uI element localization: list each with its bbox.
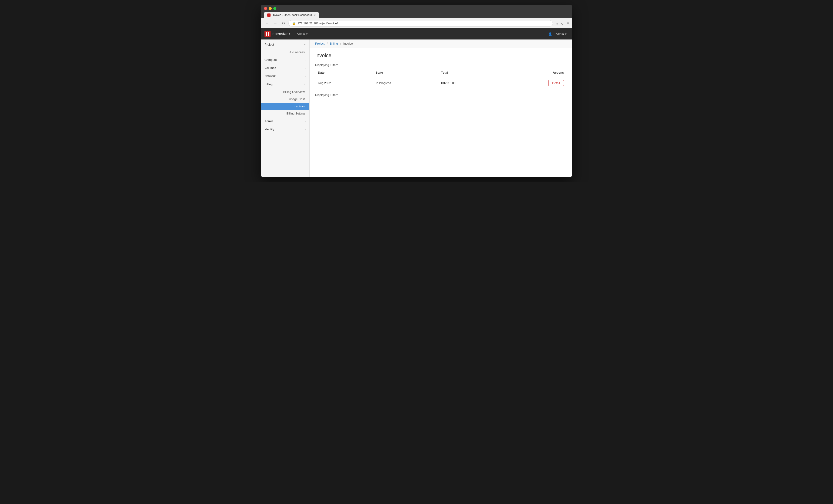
security-icon: 🔒 <box>292 22 295 25</box>
user-label: admin <box>556 32 564 36</box>
address-bar-icons: 🔒 <box>292 22 295 25</box>
user-icon: 👤 <box>548 32 552 36</box>
tab-close-button[interactable]: × <box>314 14 316 17</box>
sidebar-item-usage-cost[interactable]: Usage Cost <box>261 96 309 103</box>
maximize-traffic-light[interactable] <box>273 7 276 10</box>
col-header-state: State <box>373 69 438 77</box>
main-content: Project / Billing / Invoice Invoice Disp… <box>310 40 572 177</box>
bookmark-icon[interactable]: ☆ <box>555 21 558 26</box>
col-header-actions: Actions <box>501 69 567 77</box>
detail-button[interactable]: Detail <box>548 80 564 86</box>
sidebar-admin-label: Admin <box>264 119 273 123</box>
admin-chevron-icon: › <box>305 120 306 123</box>
tab-favicon <box>267 14 270 17</box>
top-nav-right: 👤 admin ▾ <box>548 31 569 37</box>
sidebar-volumes-section[interactable]: Volumes › <box>261 64 309 72</box>
sidebar-item-invoices[interactable]: Invoices <box>261 103 309 110</box>
user-dropdown-arrow: ▾ <box>565 32 567 36</box>
table-header: Date State Total Actions <box>315 69 567 77</box>
svg-rect-0 <box>266 32 267 34</box>
menu-icon[interactable]: ≡ <box>567 21 569 26</box>
sidebar-admin-section[interactable]: Admin › <box>261 117 309 125</box>
close-traffic-light[interactable] <box>264 7 267 10</box>
col-header-total: Total <box>438 69 501 77</box>
sidebar-compute-label: Compute <box>264 58 277 61</box>
breadcrumb-billing-link[interactable]: Billing <box>330 42 338 45</box>
sidebar-item-api-access[interactable]: API Access <box>261 49 309 56</box>
table-row: Aug 2022 In Progress IDR119.00 Detail <box>315 77 567 89</box>
displaying-count-top: Displaying 1 item <box>315 63 567 67</box>
sidebar-project-section[interactable]: Project ▾ <box>261 41 309 49</box>
sidebar-billing-setting-label: Billing Setting <box>286 112 305 115</box>
logo-text: openstack. <box>272 32 291 36</box>
refresh-button[interactable]: ↻ <box>281 21 286 26</box>
page-title: Invoice <box>315 52 567 58</box>
sidebar-volumes-label: Volumes <box>264 66 276 70</box>
sidebar-identity-label: Identity <box>264 127 274 131</box>
sidebar-api-access-label: API Access <box>289 50 305 54</box>
sidebar-usage-cost-label: Usage Cost <box>289 97 305 101</box>
traffic-lights <box>264 7 569 10</box>
sidebar-item-billing-setting[interactable]: Billing Setting <box>261 110 309 117</box>
sidebar-billing-overview-label: Billing Overview <box>283 90 305 94</box>
top-nav: openstack. admin ▾ 👤 admin ▾ <box>261 28 572 40</box>
logo-icon <box>264 31 270 37</box>
tab-title: Invoice - OpenStack Dashboard <box>272 14 312 17</box>
compute-chevron-icon: › <box>305 58 306 61</box>
shield-icon: 🛡 <box>561 21 565 26</box>
billing-chevron-icon: ▾ <box>304 83 306 86</box>
table-header-row: Date State Total Actions <box>315 69 567 77</box>
admin-dropdown[interactable]: admin ▾ <box>294 31 310 37</box>
new-tab-button[interactable]: + <box>320 13 326 18</box>
logo-svg <box>265 32 270 36</box>
sidebar-compute-section[interactable]: Compute › <box>261 56 309 64</box>
admin-label: admin <box>296 32 305 36</box>
sidebar-project-label: Project <box>264 43 274 46</box>
browser-titlebar: Invoice - OpenStack Dashboard × + <box>261 5 572 18</box>
admin-dropdown-arrow: ▾ <box>306 32 308 36</box>
breadcrumb-sep-1: / <box>327 42 328 45</box>
svg-rect-2 <box>266 34 267 36</box>
cell-date: Aug 2022 <box>315 77 373 89</box>
network-chevron-icon: › <box>305 75 306 78</box>
active-tab[interactable]: Invoice - OpenStack Dashboard × <box>264 12 319 18</box>
svg-rect-3 <box>268 34 269 36</box>
tabs-bar: Invoice - OpenStack Dashboard × + <box>264 12 569 18</box>
sidebar-item-billing-overview[interactable]: Billing Overview <box>261 88 309 96</box>
breadcrumb-sep-2: / <box>340 42 341 45</box>
top-nav-left: openstack. admin ▾ <box>264 31 310 37</box>
browser-window: Invoice - OpenStack Dashboard × + ← → ↻ … <box>261 5 572 177</box>
sidebar-billing-label: Billing <box>264 82 272 86</box>
sidebar-identity-section[interactable]: Identity › <box>261 125 309 133</box>
identity-chevron-icon: › <box>305 128 306 131</box>
breadcrumb-project-link[interactable]: Project <box>315 42 325 45</box>
user-menu[interactable]: admin ▾ <box>554 31 569 37</box>
sidebar: Project ▾ API Access Compute › Volumes ›… <box>261 40 310 177</box>
main-layout: Project ▾ API Access Compute › Volumes ›… <box>261 40 572 177</box>
displaying-count-bottom: Displaying 1 item <box>315 91 567 97</box>
minimize-traffic-light[interactable] <box>269 7 272 10</box>
back-button[interactable]: ← <box>264 21 270 26</box>
sidebar-network-section[interactable]: Network › <box>261 72 309 80</box>
cell-actions: Detail <box>501 77 567 89</box>
address-bar[interactable]: 🔒 172.168.22.10/project/invoice/ <box>288 20 553 26</box>
content-area: Invoice Displaying 1 item Date State Tot… <box>310 48 572 101</box>
col-header-date: Date <box>315 69 373 77</box>
table-body: Aug 2022 In Progress IDR119.00 Detail <box>315 77 567 89</box>
invoice-table: Date State Total Actions Aug 2022 In Pro… <box>315 69 567 89</box>
breadcrumb: Project / Billing / Invoice <box>310 40 572 48</box>
svg-rect-1 <box>268 32 269 34</box>
browser-toolbar: ← → ↻ 🔒 172.168.22.10/project/invoice/ ☆… <box>261 18 572 28</box>
url-text: 172.168.22.10/project/invoice/ <box>298 22 549 25</box>
volumes-chevron-icon: › <box>305 67 306 70</box>
openstack-logo: openstack. <box>264 31 291 37</box>
app-content: openstack. admin ▾ 👤 admin ▾ Proje <box>261 28 572 177</box>
forward-button[interactable]: → <box>272 21 279 26</box>
cell-total: IDR119.00 <box>438 77 501 89</box>
cell-state: In Progress <box>373 77 438 89</box>
sidebar-billing-section[interactable]: Billing ▾ <box>261 80 309 88</box>
sidebar-network-label: Network <box>264 74 276 78</box>
toolbar-right: ☆ 🛡 ≡ <box>555 21 569 26</box>
project-chevron-icon: ▾ <box>304 43 306 46</box>
sidebar-invoices-label: Invoices <box>293 104 305 108</box>
